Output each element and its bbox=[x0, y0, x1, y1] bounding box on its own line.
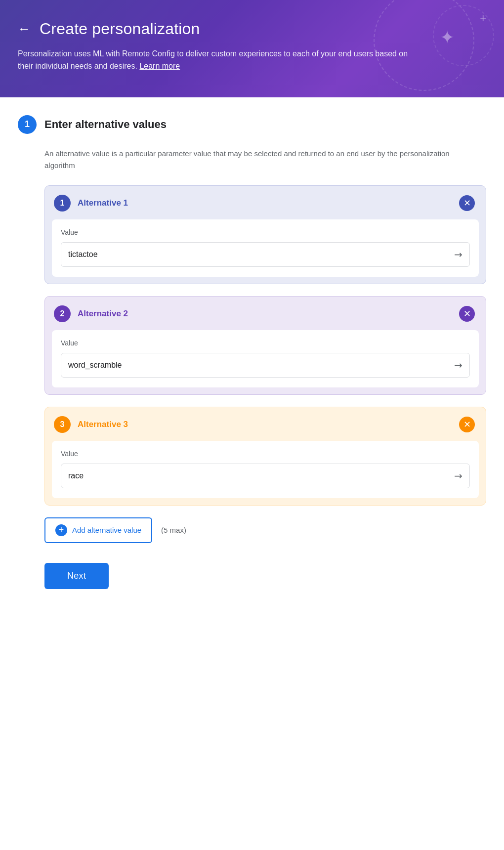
back-button[interactable]: ← bbox=[18, 21, 31, 37]
alt-1-body: Value ↗ bbox=[52, 219, 479, 277]
header-description: Personalization uses ML with Remote Conf… bbox=[18, 48, 423, 73]
main-content: 1 Enter alternative values An alternativ… bbox=[0, 97, 504, 850]
alt-card-3-header-left: 3 Alternative 3 bbox=[54, 416, 128, 433]
alt-2-input-container: ↗ bbox=[61, 353, 470, 378]
max-label: (5 max) bbox=[161, 526, 186, 534]
next-button[interactable]: Next bbox=[44, 563, 109, 589]
alt-3-input-container: ↗ bbox=[61, 464, 470, 488]
step-number-badge: 1 bbox=[18, 115, 37, 134]
step-description: An alternative value is a particular par… bbox=[44, 148, 450, 171]
alternative-card-1: 1 Alternative 1 ✕ Value ↗ bbox=[44, 185, 486, 284]
alt-1-label: Alternative 1 bbox=[78, 198, 128, 208]
alt-2-close-button[interactable]: ✕ bbox=[459, 306, 475, 322]
sparkle-icon: ✦ bbox=[440, 27, 455, 48]
alt-3-value-input[interactable] bbox=[68, 471, 450, 480]
star-icon: + bbox=[480, 12, 486, 25]
plus-circle-icon: + bbox=[55, 524, 67, 536]
page-title: Create personalization bbox=[40, 20, 200, 38]
alt-2-label: Alternative 2 bbox=[78, 309, 128, 319]
step-header: 1 Enter alternative values bbox=[18, 115, 486, 134]
alt-3-badge: 3 bbox=[54, 416, 71, 433]
alt-3-expand-icon[interactable]: ↗ bbox=[451, 468, 465, 483]
alt-card-1-header: 1 Alternative 1 ✕ bbox=[45, 186, 486, 219]
add-alternative-button[interactable]: + Add alternative value bbox=[44, 517, 152, 543]
add-alternative-row: + Add alternative value (5 max) bbox=[44, 517, 486, 543]
alt-1-input-container: ↗ bbox=[61, 242, 470, 267]
alt-1-value-input[interactable] bbox=[68, 250, 450, 259]
step-content: An alternative value is a particular par… bbox=[18, 148, 486, 589]
alt-3-body: Value ↗ bbox=[52, 441, 479, 498]
alt-2-value-input[interactable] bbox=[68, 361, 450, 370]
alt-card-2-header-left: 2 Alternative 2 bbox=[54, 305, 128, 322]
alt-card-1-header-left: 1 Alternative 1 bbox=[54, 195, 128, 212]
alt-2-badge: 2 bbox=[54, 305, 71, 322]
alternative-card-2: 2 Alternative 2 ✕ Value ↗ bbox=[44, 296, 486, 395]
alt-1-close-button[interactable]: ✕ bbox=[459, 195, 475, 211]
alt-2-expand-icon[interactable]: ↗ bbox=[451, 358, 465, 372]
alternative-card-3: 3 Alternative 3 ✕ Value ↗ bbox=[44, 407, 486, 506]
alt-2-value-label: Value bbox=[61, 339, 470, 347]
page-header: ← Create personalization Personalization… bbox=[0, 0, 504, 97]
learn-more-link[interactable]: Learn more bbox=[139, 62, 180, 70]
alt-1-value-label: Value bbox=[61, 228, 470, 236]
alt-card-2-header: 2 Alternative 2 ✕ bbox=[45, 297, 486, 330]
alt-card-3-header: 3 Alternative 3 ✕ bbox=[45, 407, 486, 441]
alt-1-expand-icon[interactable]: ↗ bbox=[451, 247, 465, 261]
alt-1-badge: 1 bbox=[54, 195, 71, 212]
alt-3-value-label: Value bbox=[61, 450, 470, 458]
alt-3-label: Alternative 3 bbox=[78, 420, 128, 429]
add-alternative-label: Add alternative value bbox=[72, 526, 141, 534]
alt-2-body: Value ↗ bbox=[52, 330, 479, 387]
alt-3-close-button[interactable]: ✕ bbox=[459, 417, 475, 432]
step-title: Enter alternative values bbox=[44, 118, 167, 131]
